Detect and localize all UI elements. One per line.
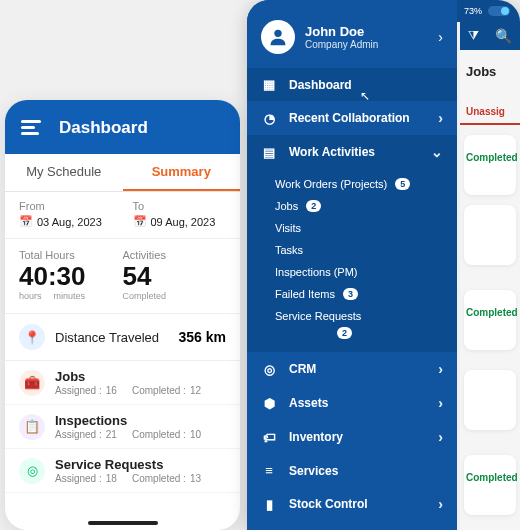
total-hours: Total Hours 40:30 hoursminutes xyxy=(19,249,123,301)
service-requests-title: Service Requests xyxy=(55,457,226,472)
nav-services[interactable]: ≡ Services xyxy=(247,454,457,487)
service-icon: ◎ xyxy=(19,458,45,484)
inspections-title: Inspections xyxy=(55,413,226,428)
date-to-label: To xyxy=(133,200,227,212)
jobs-row[interactable]: 🧰 Jobs Assigned :16 Completed :12 xyxy=(5,361,240,405)
sub-work-orders[interactable]: Work Orders (Projects) 5 xyxy=(247,173,457,195)
calendar-icon: 📅 xyxy=(133,215,147,228)
activities-value: 54 xyxy=(123,263,227,289)
date-from-label: From xyxy=(19,200,113,212)
battery-pct: 73% xyxy=(464,6,482,16)
nav-drawer: John Doe Company Admin › ▦ Dashboard ◔ R… xyxy=(247,0,457,530)
nav-inventory[interactable]: 🏷 Inventory › xyxy=(247,420,457,454)
avatar xyxy=(261,20,295,54)
chip-unassigned[interactable]: Unassig xyxy=(460,102,520,125)
grid-icon: ▦ xyxy=(261,77,277,92)
location-icon: 📍 xyxy=(19,324,45,350)
activities: Activities 54 Completed xyxy=(123,249,227,301)
nav-assets[interactable]: ⬢ Assets › xyxy=(247,386,457,420)
sub-service-requests[interactable]: Service Requests xyxy=(247,305,457,327)
total-hours-label: Total Hours xyxy=(19,249,123,261)
cube-icon: ⬢ xyxy=(261,396,277,411)
toggle-icon xyxy=(488,6,510,16)
sub-visits[interactable]: Visits xyxy=(247,217,457,239)
dashboard-phone: Dashboard My Schedule Summary From 📅03 A… xyxy=(5,100,240,530)
sub-jobs[interactable]: Jobs 2 xyxy=(247,195,457,217)
target-icon: ◎ xyxy=(261,362,277,377)
drawer-phone: 73% ⧩ 🔍 Jobs Unassig Completed Completed… xyxy=(247,0,520,530)
chevron-right-icon: › xyxy=(438,361,443,377)
clock-icon: ◔ xyxy=(261,111,277,126)
nav-crm[interactable]: ◎ CRM › xyxy=(247,352,457,386)
tag-icon: 🏷 xyxy=(261,430,277,445)
menu-icon[interactable] xyxy=(21,120,41,136)
badge: 2 xyxy=(337,327,352,339)
tab-my-schedule[interactable]: My Schedule xyxy=(5,154,123,191)
nav-work-activities[interactable]: ▤ Work Activities ⌄ xyxy=(247,135,457,169)
bg-card[interactable] xyxy=(464,205,516,265)
date-from[interactable]: From 📅03 Aug, 2023 xyxy=(19,200,113,228)
sub-tasks[interactable]: Tasks xyxy=(247,239,457,261)
nav-sales-order[interactable]: ▥ Sales Order › xyxy=(247,521,457,530)
background-strip xyxy=(460,22,520,530)
chip-completed: Completed xyxy=(460,303,520,322)
user-name: John Doe xyxy=(305,24,428,39)
badge: 5 xyxy=(395,178,410,190)
date-to-value: 09 Aug, 2023 xyxy=(151,216,216,228)
svg-point-0 xyxy=(274,30,281,37)
total-hours-value: 40:30 xyxy=(19,263,123,289)
date-range: From 📅03 Aug, 2023 To 📅09 Aug, 2023 xyxy=(5,192,240,239)
user-role: Company Admin xyxy=(305,39,428,50)
bg-card[interactable] xyxy=(464,370,516,430)
distance-value: 356 km xyxy=(179,329,226,345)
nav-recent-collaboration[interactable]: ◔ Recent Collaboration › xyxy=(247,101,457,135)
date-from-value: 03 Aug, 2023 xyxy=(37,216,102,228)
sub-service-requests-badge: 2 xyxy=(247,327,457,344)
calendar-icon: 📅 xyxy=(19,215,33,228)
page-title: Dashboard xyxy=(59,118,148,138)
work-activities-submenu: Work Orders (Projects) 5 Jobs 2 Visits T… xyxy=(247,169,457,352)
person-icon xyxy=(267,26,289,48)
tabs: My Schedule Summary xyxy=(5,154,240,192)
jobs-title: Jobs xyxy=(55,369,226,384)
sub-inspections[interactable]: Inspections (PM) xyxy=(247,261,457,283)
badge: 3 xyxy=(343,288,358,300)
list-icon: ≡ xyxy=(261,463,277,478)
home-indicator xyxy=(88,521,158,525)
chip-completed: Completed xyxy=(460,468,520,487)
nav-dashboard[interactable]: ▦ Dashboard xyxy=(247,68,457,101)
date-to[interactable]: To 📅09 Aug, 2023 xyxy=(133,200,227,228)
header: Dashboard xyxy=(5,100,240,154)
badge: 2 xyxy=(306,200,321,212)
sub-failed-items[interactable]: Failed Items 3 xyxy=(247,283,457,305)
chevron-right-icon: › xyxy=(438,395,443,411)
chip-completed: Completed xyxy=(460,148,520,167)
activities-sub: Completed xyxy=(123,291,227,301)
chevron-down-icon: ⌄ xyxy=(431,144,443,160)
user-row[interactable]: John Doe Company Admin › xyxy=(247,10,457,68)
clipboard-icon: 📋 xyxy=(19,414,45,440)
search-icon[interactable]: 🔍 xyxy=(495,28,512,44)
bg-jobs-tab[interactable]: Jobs xyxy=(460,54,520,89)
briefcase-icon: 🧰 xyxy=(19,370,45,396)
activities-label: Activities xyxy=(123,249,227,261)
service-requests-row[interactable]: ◎ Service Requests Assigned :18 Complete… xyxy=(5,449,240,493)
stats-row: Total Hours 40:30 hoursminutes Activitie… xyxy=(5,239,240,314)
toolbar-right: ⧩ 🔍 xyxy=(460,22,520,50)
chevron-right-icon: › xyxy=(438,496,443,512)
distance-row[interactable]: 📍 Distance Traveled 356 km xyxy=(5,314,240,361)
tab-summary[interactable]: Summary xyxy=(123,154,241,191)
chevron-right-icon: › xyxy=(438,110,443,126)
distance-label: Distance Traveled xyxy=(55,330,169,345)
filter-icon[interactable]: ⧩ xyxy=(468,28,479,44)
chevron-right-icon: › xyxy=(438,429,443,445)
inspections-row[interactable]: 📋 Inspections Assigned :21 Completed :10 xyxy=(5,405,240,449)
nav-stock-control[interactable]: ▮ Stock Control › xyxy=(247,487,457,521)
document-icon: ▮ xyxy=(261,497,277,512)
chevron-right-icon: › xyxy=(438,29,443,45)
list-icon: ▤ xyxy=(261,145,277,160)
